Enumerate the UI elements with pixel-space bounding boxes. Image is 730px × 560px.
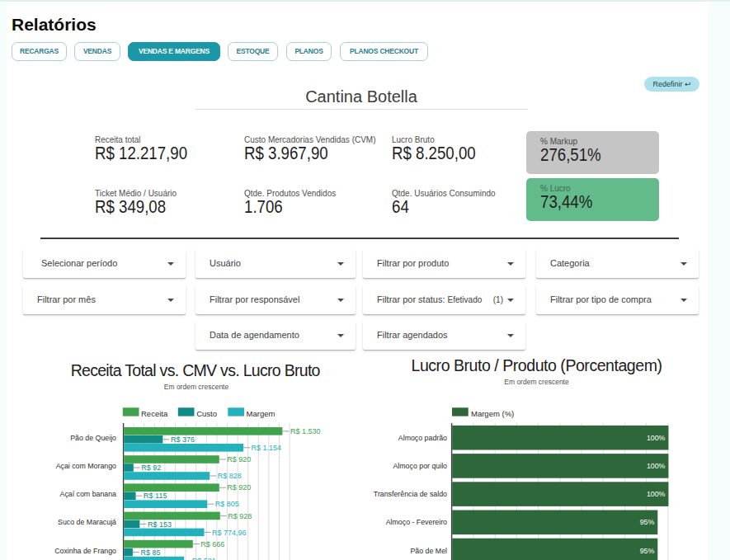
svg-text:R$ 920: R$ 920 [227, 455, 251, 464]
svg-text:Custo: Custo [196, 409, 217, 418]
svg-text:R$ 805: R$ 805 [215, 500, 239, 508]
svg-text:Lucro Bruto / Produto (Porcent: Lucro Bruto / Produto (Porcentagem) [412, 356, 662, 374]
svg-text:R$ 1.154: R$ 1.154 [252, 444, 282, 452]
svg-text:Receita: Receita [141, 409, 168, 418]
svg-text:R$ 153: R$ 153 [148, 520, 172, 529]
svg-text:Pão de Mel: Pão de Mel [411, 547, 448, 555]
svg-text:R$ 774,96: R$ 774,96 [212, 529, 247, 537]
svg-text:R$ 92: R$ 92 [141, 464, 161, 472]
svg-text:Em ordem crescente: Em ordem crescente [164, 383, 229, 391]
svg-text:Almoço por quilo: Almoço por quilo [393, 462, 447, 470]
svg-text:Margem (%): Margem (%) [471, 409, 514, 418]
svg-text:Pão de Queijo: Pão de Queijo [70, 434, 116, 442]
svg-text:R$ 828: R$ 828 [218, 472, 242, 480]
svg-text:100%: 100% [647, 462, 666, 470]
svg-text:Em ordem crescente: Em ordem crescente [504, 378, 569, 386]
svg-text:Açai com Morango: Açai com Morango [56, 462, 116, 470]
svg-text:R$ 581: R$ 581 [192, 557, 216, 560]
svg-text:R$ 115: R$ 115 [144, 492, 167, 500]
svg-text:Almoço - Fevereiro: Almoço - Fevereiro [386, 518, 447, 526]
svg-text:Suco de Maracujá: Suco de Maracujá [58, 518, 116, 526]
svg-text:R$ 1.530: R$ 1.530 [290, 427, 321, 435]
svg-text:R$ 85: R$ 85 [140, 548, 160, 557]
svg-text:95%: 95% [640, 518, 655, 526]
svg-text:Margem: Margem [247, 409, 276, 418]
svg-text:Coxinha de Frango: Coxinha de Frango [54, 547, 116, 555]
svg-text:R$ 928: R$ 928 [228, 512, 252, 520]
svg-text:Açaí com banana: Açaí com banana [60, 490, 117, 498]
svg-text:Transferência de saldo: Transferência de saldo [374, 490, 447, 498]
svg-text:100%: 100% [647, 434, 666, 442]
svg-text:Receita Total vs. CMV vs. Lucr: Receita Total vs. CMV vs. Lucro Bruto [71, 361, 321, 379]
svg-text:100%: 100% [647, 490, 666, 498]
svg-text:R$ 920: R$ 920 [227, 483, 251, 492]
svg-text:Almoço padrão: Almoço padrão [398, 434, 447, 442]
svg-text:95%: 95% [640, 547, 655, 555]
svg-text:R$ 666: R$ 666 [200, 540, 224, 548]
svg-text:R$ 376: R$ 376 [171, 435, 195, 444]
